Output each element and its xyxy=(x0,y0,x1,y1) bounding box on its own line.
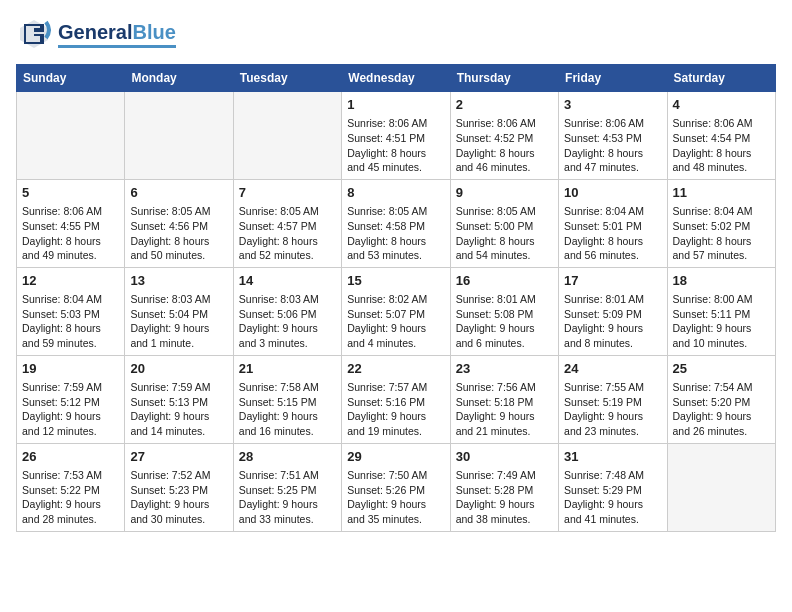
calendar-cell: 3Sunrise: 8:06 AM Sunset: 4:53 PM Daylig… xyxy=(559,92,667,180)
day-info: Sunrise: 7:55 AM Sunset: 5:19 PM Dayligh… xyxy=(564,380,661,439)
calendar-cell: 26Sunrise: 7:53 AM Sunset: 5:22 PM Dayli… xyxy=(17,443,125,531)
day-number: 11 xyxy=(673,184,770,202)
calendar-cell: 18Sunrise: 8:00 AM Sunset: 5:11 PM Dayli… xyxy=(667,267,775,355)
calendar-cell: 30Sunrise: 7:49 AM Sunset: 5:28 PM Dayli… xyxy=(450,443,558,531)
calendar-cell: 25Sunrise: 7:54 AM Sunset: 5:20 PM Dayli… xyxy=(667,355,775,443)
calendar-table: SundayMondayTuesdayWednesdayThursdayFrid… xyxy=(16,64,776,532)
day-number: 15 xyxy=(347,272,444,290)
calendar-cell: 22Sunrise: 7:57 AM Sunset: 5:16 PM Dayli… xyxy=(342,355,450,443)
calendar-cell: 8Sunrise: 8:05 AM Sunset: 4:58 PM Daylig… xyxy=(342,179,450,267)
calendar-cell: 7Sunrise: 8:05 AM Sunset: 4:57 PM Daylig… xyxy=(233,179,341,267)
day-number: 27 xyxy=(130,448,227,466)
day-info: Sunrise: 8:06 AM Sunset: 4:55 PM Dayligh… xyxy=(22,204,119,263)
day-number: 7 xyxy=(239,184,336,202)
day-info: Sunrise: 7:59 AM Sunset: 5:12 PM Dayligh… xyxy=(22,380,119,439)
day-number: 5 xyxy=(22,184,119,202)
day-info: Sunrise: 8:01 AM Sunset: 5:08 PM Dayligh… xyxy=(456,292,553,351)
weekday-header-wednesday: Wednesday xyxy=(342,65,450,92)
day-number: 21 xyxy=(239,360,336,378)
calendar-cell: 12Sunrise: 8:04 AM Sunset: 5:03 PM Dayli… xyxy=(17,267,125,355)
day-info: Sunrise: 8:04 AM Sunset: 5:02 PM Dayligh… xyxy=(673,204,770,263)
day-info: Sunrise: 7:54 AM Sunset: 5:20 PM Dayligh… xyxy=(673,380,770,439)
day-info: Sunrise: 8:05 AM Sunset: 5:00 PM Dayligh… xyxy=(456,204,553,263)
calendar-cell: 11Sunrise: 8:04 AM Sunset: 5:02 PM Dayli… xyxy=(667,179,775,267)
day-info: Sunrise: 8:06 AM Sunset: 4:53 PM Dayligh… xyxy=(564,116,661,175)
day-info: Sunrise: 8:04 AM Sunset: 5:01 PM Dayligh… xyxy=(564,204,661,263)
calendar-week-row: 1Sunrise: 8:06 AM Sunset: 4:51 PM Daylig… xyxy=(17,92,776,180)
day-info: Sunrise: 7:48 AM Sunset: 5:29 PM Dayligh… xyxy=(564,468,661,527)
day-number: 2 xyxy=(456,96,553,114)
day-number: 24 xyxy=(564,360,661,378)
day-number: 30 xyxy=(456,448,553,466)
day-info: Sunrise: 8:05 AM Sunset: 4:58 PM Dayligh… xyxy=(347,204,444,263)
day-number: 23 xyxy=(456,360,553,378)
calendar-cell: 20Sunrise: 7:59 AM Sunset: 5:13 PM Dayli… xyxy=(125,355,233,443)
weekday-header-monday: Monday xyxy=(125,65,233,92)
weekday-header-thursday: Thursday xyxy=(450,65,558,92)
calendar-cell: 28Sunrise: 7:51 AM Sunset: 5:25 PM Dayli… xyxy=(233,443,341,531)
calendar-week-row: 19Sunrise: 7:59 AM Sunset: 5:12 PM Dayli… xyxy=(17,355,776,443)
day-info: Sunrise: 7:59 AM Sunset: 5:13 PM Dayligh… xyxy=(130,380,227,439)
day-info: Sunrise: 8:06 AM Sunset: 4:52 PM Dayligh… xyxy=(456,116,553,175)
calendar-cell: 23Sunrise: 7:56 AM Sunset: 5:18 PM Dayli… xyxy=(450,355,558,443)
calendar-cell: 27Sunrise: 7:52 AM Sunset: 5:23 PM Dayli… xyxy=(125,443,233,531)
day-number: 16 xyxy=(456,272,553,290)
calendar-cell xyxy=(233,92,341,180)
day-number: 25 xyxy=(673,360,770,378)
logo-icon xyxy=(16,16,52,52)
day-number: 6 xyxy=(130,184,227,202)
calendar-cell: 29Sunrise: 7:50 AM Sunset: 5:26 PM Dayli… xyxy=(342,443,450,531)
calendar-cell: 9Sunrise: 8:05 AM Sunset: 5:00 PM Daylig… xyxy=(450,179,558,267)
day-number: 31 xyxy=(564,448,661,466)
day-info: Sunrise: 7:58 AM Sunset: 5:15 PM Dayligh… xyxy=(239,380,336,439)
day-number: 9 xyxy=(456,184,553,202)
day-number: 3 xyxy=(564,96,661,114)
day-info: Sunrise: 8:01 AM Sunset: 5:09 PM Dayligh… xyxy=(564,292,661,351)
day-number: 26 xyxy=(22,448,119,466)
day-number: 10 xyxy=(564,184,661,202)
calendar-cell: 1Sunrise: 8:06 AM Sunset: 4:51 PM Daylig… xyxy=(342,92,450,180)
calendar-cell: 2Sunrise: 8:06 AM Sunset: 4:52 PM Daylig… xyxy=(450,92,558,180)
day-number: 20 xyxy=(130,360,227,378)
day-number: 13 xyxy=(130,272,227,290)
calendar-cell: 17Sunrise: 8:01 AM Sunset: 5:09 PM Dayli… xyxy=(559,267,667,355)
calendar-cell: 19Sunrise: 7:59 AM Sunset: 5:12 PM Dayli… xyxy=(17,355,125,443)
calendar-cell xyxy=(125,92,233,180)
day-info: Sunrise: 8:02 AM Sunset: 5:07 PM Dayligh… xyxy=(347,292,444,351)
calendar-cell: 24Sunrise: 7:55 AM Sunset: 5:19 PM Dayli… xyxy=(559,355,667,443)
day-info: Sunrise: 7:50 AM Sunset: 5:26 PM Dayligh… xyxy=(347,468,444,527)
weekday-header-row: SundayMondayTuesdayWednesdayThursdayFrid… xyxy=(17,65,776,92)
day-info: Sunrise: 8:04 AM Sunset: 5:03 PM Dayligh… xyxy=(22,292,119,351)
day-number: 12 xyxy=(22,272,119,290)
weekday-header-friday: Friday xyxy=(559,65,667,92)
day-info: Sunrise: 8:03 AM Sunset: 5:06 PM Dayligh… xyxy=(239,292,336,351)
day-info: Sunrise: 8:05 AM Sunset: 4:56 PM Dayligh… xyxy=(130,204,227,263)
calendar-cell: 15Sunrise: 8:02 AM Sunset: 5:07 PM Dayli… xyxy=(342,267,450,355)
day-number: 18 xyxy=(673,272,770,290)
weekday-header-tuesday: Tuesday xyxy=(233,65,341,92)
page-header: GeneralBlue xyxy=(16,16,776,52)
calendar-cell: 21Sunrise: 7:58 AM Sunset: 5:15 PM Dayli… xyxy=(233,355,341,443)
calendar-cell: 4Sunrise: 8:06 AM Sunset: 4:54 PM Daylig… xyxy=(667,92,775,180)
calendar-cell: 31Sunrise: 7:48 AM Sunset: 5:29 PM Dayli… xyxy=(559,443,667,531)
day-number: 14 xyxy=(239,272,336,290)
day-info: Sunrise: 7:49 AM Sunset: 5:28 PM Dayligh… xyxy=(456,468,553,527)
day-info: Sunrise: 8:05 AM Sunset: 4:57 PM Dayligh… xyxy=(239,204,336,263)
calendar-cell: 5Sunrise: 8:06 AM Sunset: 4:55 PM Daylig… xyxy=(17,179,125,267)
day-info: Sunrise: 8:00 AM Sunset: 5:11 PM Dayligh… xyxy=(673,292,770,351)
calendar-cell: 13Sunrise: 8:03 AM Sunset: 5:04 PM Dayli… xyxy=(125,267,233,355)
logo-blue: Blue xyxy=(132,21,175,43)
calendar-week-row: 5Sunrise: 8:06 AM Sunset: 4:55 PM Daylig… xyxy=(17,179,776,267)
day-info: Sunrise: 8:06 AM Sunset: 4:51 PM Dayligh… xyxy=(347,116,444,175)
calendar-cell xyxy=(17,92,125,180)
day-number: 29 xyxy=(347,448,444,466)
calendar-cell xyxy=(667,443,775,531)
logo: GeneralBlue xyxy=(16,16,176,52)
calendar-cell: 14Sunrise: 8:03 AM Sunset: 5:06 PM Dayli… xyxy=(233,267,341,355)
logo-general: General xyxy=(58,21,132,43)
day-number: 1 xyxy=(347,96,444,114)
day-number: 8 xyxy=(347,184,444,202)
day-number: 22 xyxy=(347,360,444,378)
day-info: Sunrise: 7:57 AM Sunset: 5:16 PM Dayligh… xyxy=(347,380,444,439)
weekday-header-saturday: Saturday xyxy=(667,65,775,92)
